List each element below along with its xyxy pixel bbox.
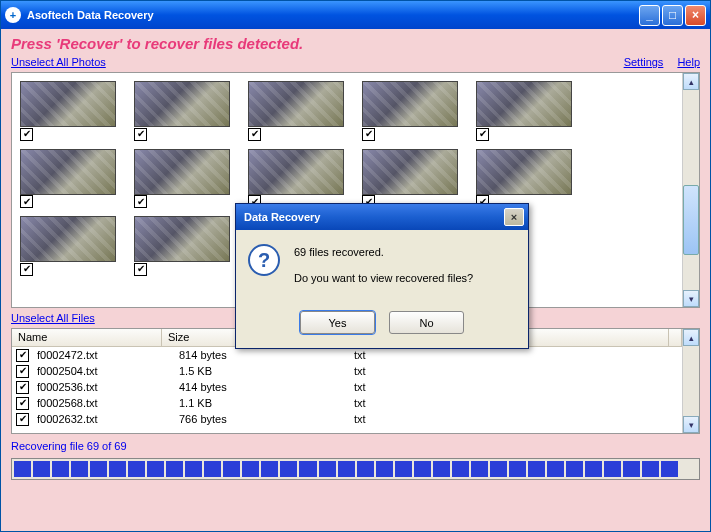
- progress-segment: [338, 461, 355, 477]
- photo-thumbnail[interactable]: [248, 149, 344, 195]
- dialog-line1: 69 files recovered.: [294, 244, 473, 262]
- photo-item[interactable]: [20, 216, 116, 276]
- photo-checkbox[interactable]: [476, 128, 489, 141]
- photo-item[interactable]: [134, 216, 230, 276]
- file-name: f0002472.txt: [33, 349, 175, 361]
- progress-segment: [166, 461, 183, 477]
- table-row[interactable]: f0002472.txt814 bytestxt: [12, 347, 682, 363]
- file-checkbox[interactable]: [16, 413, 29, 426]
- scroll-down-button[interactable]: ▾: [683, 290, 699, 307]
- scroll-thumb[interactable]: [683, 185, 699, 255]
- progress-segment: [52, 461, 69, 477]
- progress-segment: [147, 461, 164, 477]
- photo-checkbox[interactable]: [134, 128, 147, 141]
- progress-segment: [490, 461, 507, 477]
- file-size: 1.5 KB: [175, 365, 350, 377]
- file-checkbox[interactable]: [16, 381, 29, 394]
- photo-thumbnail[interactable]: [134, 149, 230, 195]
- progress-segment: [452, 461, 469, 477]
- file-ext: txt: [350, 413, 682, 425]
- question-icon: ?: [248, 244, 280, 276]
- photo-thumbnail[interactable]: [362, 81, 458, 127]
- photo-item[interactable]: [134, 149, 230, 209]
- photo-thumbnail[interactable]: [362, 149, 458, 195]
- file-checkbox[interactable]: [16, 349, 29, 362]
- progress-segment: [604, 461, 621, 477]
- no-button[interactable]: No: [389, 311, 464, 334]
- photo-thumbnail[interactable]: [134, 81, 230, 127]
- photo-thumbnail[interactable]: [20, 81, 116, 127]
- file-checkbox[interactable]: [16, 365, 29, 378]
- photo-item[interactable]: [362, 81, 458, 141]
- photo-checkbox[interactable]: [20, 128, 33, 141]
- photo-checkbox[interactable]: [134, 263, 147, 276]
- photo-item[interactable]: [20, 149, 116, 209]
- photo-item[interactable]: [20, 81, 116, 141]
- progress-segment: [395, 461, 412, 477]
- progress-bar: [11, 458, 700, 480]
- unselect-all-photos-link[interactable]: Unselect All Photos: [11, 56, 106, 68]
- table-row[interactable]: f0002568.txt1.1 KBtxt: [12, 395, 682, 411]
- file-name: f0002504.txt: [33, 365, 175, 377]
- photo-item[interactable]: [476, 149, 572, 209]
- recovery-dialog: Data Recovery × ? 69 files recovered. Do…: [235, 203, 529, 349]
- file-ext: txt: [350, 365, 682, 377]
- table-row[interactable]: f0002536.txt414 bytestxt: [12, 379, 682, 395]
- maximize-button[interactable]: □: [662, 5, 683, 26]
- photo-checkbox[interactable]: [134, 195, 147, 208]
- file-size: 1.1 KB: [175, 397, 350, 409]
- file-name: f0002536.txt: [33, 381, 175, 393]
- photo-item[interactable]: [248, 81, 344, 141]
- photo-item[interactable]: [134, 81, 230, 141]
- progress-segment: [299, 461, 316, 477]
- progress-segment: [509, 461, 526, 477]
- minimize-button[interactable]: _: [639, 5, 660, 26]
- photo-scrollbar[interactable]: ▴ ▾: [682, 73, 699, 307]
- progress-segment: [547, 461, 564, 477]
- file-scroll-up[interactable]: ▴: [683, 329, 699, 346]
- file-size: 414 bytes: [175, 381, 350, 393]
- photo-item[interactable]: [476, 81, 572, 141]
- progress-segment: [242, 461, 259, 477]
- unselect-all-files-link[interactable]: Unselect All Files: [11, 312, 95, 324]
- file-name: f0002632.txt: [33, 413, 175, 425]
- progress-segment: [319, 461, 336, 477]
- photo-item[interactable]: [362, 149, 458, 209]
- progress-segment: [376, 461, 393, 477]
- titlebar: + Asoftech Data Recovery _ □ ×: [1, 1, 710, 29]
- yes-button[interactable]: Yes: [300, 311, 375, 334]
- photo-item[interactable]: [248, 149, 344, 209]
- photo-thumbnail[interactable]: [248, 81, 344, 127]
- close-button[interactable]: ×: [685, 5, 706, 26]
- progress-segment: [204, 461, 221, 477]
- progress-segment: [680, 461, 697, 477]
- file-ext: txt: [350, 349, 682, 361]
- photo-thumbnail[interactable]: [134, 216, 230, 262]
- scroll-up-button[interactable]: ▴: [683, 73, 699, 90]
- status-text: Recovering file 69 of 69: [11, 440, 700, 452]
- progress-segment: [90, 461, 107, 477]
- progress-segment: [585, 461, 602, 477]
- photo-thumbnail[interactable]: [476, 81, 572, 127]
- table-row[interactable]: f0002504.txt1.5 KBtxt: [12, 363, 682, 379]
- photo-thumbnail[interactable]: [20, 216, 116, 262]
- file-scrollbar[interactable]: ▴ ▾: [682, 329, 699, 433]
- photo-thumbnail[interactable]: [476, 149, 572, 195]
- file-name: f0002568.txt: [33, 397, 175, 409]
- table-row[interactable]: f0002632.txt766 bytestxt: [12, 411, 682, 427]
- photo-checkbox[interactable]: [20, 195, 33, 208]
- col-header-name[interactable]: Name: [12, 329, 162, 346]
- file-checkbox[interactable]: [16, 397, 29, 410]
- progress-segment: [128, 461, 145, 477]
- progress-segment: [566, 461, 583, 477]
- photo-checkbox[interactable]: [20, 263, 33, 276]
- progress-segment: [642, 461, 659, 477]
- settings-link[interactable]: Settings: [624, 56, 664, 68]
- photo-thumbnail[interactable]: [20, 149, 116, 195]
- dialog-close-button[interactable]: ×: [504, 208, 524, 226]
- file-size: 814 bytes: [175, 349, 350, 361]
- file-scroll-down[interactable]: ▾: [683, 416, 699, 433]
- photo-checkbox[interactable]: [248, 128, 261, 141]
- photo-checkbox[interactable]: [362, 128, 375, 141]
- help-link[interactable]: Help: [677, 56, 700, 68]
